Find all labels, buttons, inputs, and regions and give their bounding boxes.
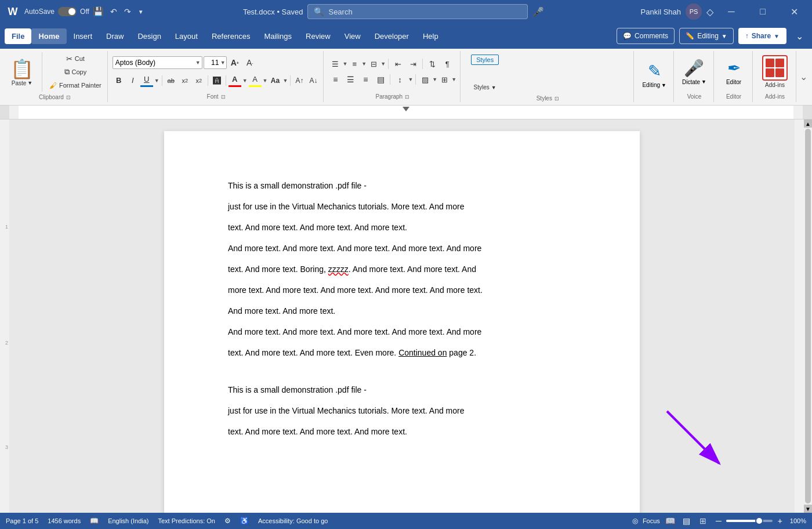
language[interactable]: English (India) — [108, 517, 148, 524]
bullet-dropdown[interactable]: ▼ — [342, 61, 347, 67]
change-case-button[interactable]: Aa — [269, 74, 282, 87]
text-predictions[interactable]: Text Predictions: On — [158, 517, 215, 524]
document-page-1[interactable]: This is a small demonstration .pdf file … — [164, 131, 640, 513]
paste-button[interactable]: 📋 Paste▼ — [6, 56, 38, 89]
borders-dropdown[interactable]: ▼ — [451, 77, 456, 82]
para-9[interactable]: text. And more text. And more text. Even… — [228, 345, 576, 361]
superscript-button[interactable]: x2 — [193, 74, 205, 87]
shading-button[interactable]: ▨ — [418, 73, 432, 86]
strikethrough-button[interactable]: ab — [165, 74, 177, 87]
numbered-list-button[interactable]: ≡ — [347, 57, 361, 71]
menu-mailings[interactable]: Mailings — [257, 28, 299, 44]
view-print-button[interactable]: ▤ — [681, 515, 693, 527]
highlight-dropdown[interactable]: ▼ — [263, 78, 268, 84]
decrease-indent-button[interactable]: ⇤ — [391, 57, 405, 71]
grow-font-button[interactable]: A↑ — [293, 74, 306, 87]
vertical-scrollbar[interactable]: ▲ ▼ — [804, 119, 812, 513]
align-center-button[interactable]: ☰ — [343, 73, 357, 86]
zoom-out-button[interactable]: ─ — [713, 516, 724, 526]
editing-button[interactable]: ✏️ Editing ▼ — [679, 28, 734, 44]
word-count[interactable]: 1456 words — [48, 517, 81, 524]
underline-button[interactable]: U — [140, 74, 153, 85]
view-read-button[interactable]: 📖 — [665, 515, 676, 527]
page-info[interactable]: Page 1 of 5 — [6, 517, 38, 524]
borders-button[interactable]: ⊞ — [437, 73, 451, 86]
editing-ribbon-button[interactable]: ✎ Editing ▼ — [639, 59, 670, 90]
para-5[interactable]: text. And more text. Boring, zzzzz. And … — [228, 261, 576, 277]
menu-design[interactable]: Design — [130, 28, 168, 44]
menu-file[interactable]: File — [5, 28, 31, 44]
ribbon-collapse-btn[interactable]: ⌄ — [798, 51, 810, 102]
search-box[interactable]: 🔍 Search — [307, 4, 528, 19]
more-qat-button[interactable]: ▼ — [135, 8, 147, 16]
justify-button[interactable]: ▤ — [374, 73, 387, 86]
font-color-button[interactable]: A — [229, 74, 241, 85]
line-spacing-dropdown[interactable]: ▼ — [408, 77, 413, 82]
zoom-slider[interactable] — [726, 520, 773, 522]
zoom-level[interactable]: 100% — [790, 517, 806, 524]
view-web-button[interactable]: ⊞ — [697, 515, 709, 527]
italic-button[interactable]: I — [126, 74, 139, 87]
document-area[interactable]: This is a small demonstration .pdf file … — [9, 119, 795, 513]
menu-layout[interactable]: Layout — [168, 28, 205, 44]
user-avatar[interactable]: PS — [686, 3, 702, 20]
styles-expand-icon[interactable]: ⊡ — [554, 96, 559, 102]
menu-references[interactable]: References — [205, 28, 257, 44]
font-color-dropdown[interactable]: ▼ — [242, 78, 248, 84]
para-1[interactable]: This is a small demonstration .pdf file … — [228, 177, 576, 194]
scroll-down-button[interactable]: ▼ — [804, 505, 812, 513]
para-4[interactable]: And more text. And more text. And more t… — [228, 240, 576, 256]
numbered-dropdown[interactable]: ▼ — [361, 61, 367, 67]
underline-dropdown[interactable]: ▼ — [154, 78, 160, 84]
para-2[interactable]: just for use in the Virtual Mechanics tu… — [228, 198, 576, 215]
para-6[interactable]: more text. And more text. And more text.… — [228, 282, 576, 298]
undo-button[interactable]: ↶ — [107, 6, 120, 17]
menu-home[interactable]: Home — [31, 28, 66, 44]
redo-button[interactable]: ↷ — [121, 6, 134, 17]
share-button[interactable]: ↑ Share ▼ — [738, 28, 786, 44]
shading-dropdown[interactable]: ▼ — [432, 77, 437, 82]
multilevel-dropdown[interactable]: ▼ — [380, 61, 386, 67]
restore-button[interactable]: □ — [749, 0, 776, 23]
paragraph-expand-icon[interactable]: ⊡ — [405, 94, 409, 100]
menu-view[interactable]: View — [338, 28, 368, 44]
copy-button[interactable]: ⧉ Copy — [47, 66, 104, 78]
para-12[interactable]: text. And more text. And more text. And … — [228, 423, 576, 440]
highlight-button[interactable]: A — [249, 74, 262, 85]
menu-insert[interactable]: Insert — [67, 28, 100, 44]
ribbon-toggle[interactable]: ⌄ — [791, 28, 807, 44]
menu-developer[interactable]: Developer — [368, 28, 416, 44]
change-case-dropdown[interactable]: ▼ — [283, 78, 288, 84]
clear-format-button[interactable]: 🅰 — [211, 74, 223, 87]
align-right-button[interactable]: ≡ — [358, 73, 372, 86]
scroll-thumb[interactable] — [805, 129, 811, 503]
zoom-thumb[interactable] — [755, 517, 763, 525]
indent-marker[interactable] — [403, 107, 409, 111]
increase-font-button[interactable]: A+ — [228, 56, 242, 69]
menu-review[interactable]: Review — [299, 28, 338, 44]
editor-button[interactable]: ✒ Editor — [719, 56, 749, 88]
para-11[interactable]: just for use in the Virtual Mechanics tu… — [228, 403, 576, 419]
mic-icon[interactable]: 🎤 — [532, 6, 544, 17]
multi-level-button[interactable]: ⊟ — [367, 57, 380, 71]
sort-button[interactable]: ⇅ — [425, 57, 439, 71]
shrink-font-button[interactable]: A↓ — [307, 74, 320, 87]
addins-button[interactable]: Add-ins — [757, 53, 792, 90]
menu-draw[interactable]: Draw — [99, 28, 130, 44]
cut-button[interactable]: ✂ Cut — [47, 52, 104, 65]
increase-indent-button[interactable]: ⇥ — [406, 57, 420, 71]
zoom-in-button[interactable]: + — [775, 516, 785, 526]
bold-button[interactable]: B — [113, 74, 125, 87]
show-formatting-button[interactable]: ¶ — [440, 57, 454, 71]
format-painter-button[interactable]: 🖌 Format Painter — [47, 79, 104, 92]
decrease-font-button[interactable]: A- — [243, 56, 257, 69]
minimize-button[interactable]: ─ — [718, 0, 745, 23]
save-button[interactable]: 💾 — [89, 5, 107, 18]
para-7[interactable]: And more text. And more text. — [228, 303, 576, 319]
clipboard-expand-icon[interactable]: ⊡ — [66, 95, 71, 100]
font-name-input[interactable] — [113, 56, 202, 69]
para-3[interactable]: text. And more text. And more text. And … — [228, 219, 576, 235]
bullet-list-button[interactable]: ☰ — [328, 57, 342, 71]
line-spacing-button[interactable]: ↕ — [393, 73, 407, 86]
comments-button[interactable]: 💬 Comments — [617, 28, 675, 44]
